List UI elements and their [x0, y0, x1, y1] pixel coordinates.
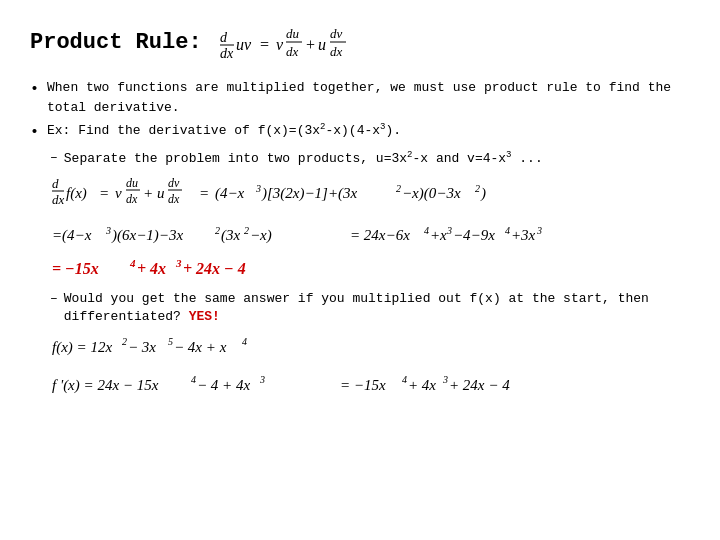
svg-text:d: d: [220, 30, 228, 45]
product-rule-formula-svg: d dx uv = v du dx + u dv dx: [218, 20, 438, 64]
svg-text:4: 4: [402, 374, 407, 385]
svg-text:4: 4: [191, 374, 196, 385]
slide-container: Product Rule: d dx uv = v du dx + u dv d…: [0, 0, 720, 540]
svg-text:(4−x: (4−x: [215, 185, 245, 202]
svg-text:)[3(2x)−1]+(3x: )[3(2x)−1]+(3x: [261, 185, 358, 202]
svg-text:dx: dx: [330, 44, 343, 59]
svg-text:+ 24x − 4: + 24x − 4: [449, 377, 510, 393]
svg-text:dx: dx: [52, 192, 65, 207]
svg-text:)(6x−1)−3x: )(6x−1)−3x: [111, 227, 183, 244]
sub-bullet-text-2: Would you get the same answer if you mul…: [64, 290, 690, 326]
svg-text:u: u: [157, 185, 165, 201]
fprime-formula-svg: f '(x) = 24x − 15x 4 − 4 + 4x 3 = −15x 4…: [50, 370, 720, 398]
title-row: Product Rule: d dx uv = v du dx + u dv d…: [30, 20, 690, 64]
svg-text:3: 3: [105, 225, 111, 236]
svg-text:2: 2: [244, 225, 249, 236]
svg-text:3: 3: [536, 225, 542, 236]
slide-title: Product Rule:: [30, 30, 202, 55]
svg-text:f '(x) = 24x − 15x: f '(x) = 24x − 15x: [52, 377, 159, 394]
svg-text:3: 3: [255, 183, 261, 194]
formula-area-step3: = −15x 4 + 4x 3 + 24x − 4: [50, 256, 690, 284]
svg-text:4: 4: [242, 336, 247, 347]
sub-bullet-text-1: Separate the problem into two products, …: [64, 149, 543, 169]
svg-text:2: 2: [215, 225, 220, 236]
svg-text:+ 4x: + 4x: [408, 377, 436, 393]
sub-dash-2: –: [50, 290, 58, 308]
svg-text:= 24x−6x: = 24x−6x: [350, 227, 410, 243]
yes-label: YES!: [189, 309, 220, 324]
svg-text:= −15x: = −15x: [340, 377, 386, 393]
step1-formula-svg: d dx f(x) = v du dx + u dv dx = (4−x 3 )…: [50, 174, 720, 212]
svg-text:4: 4: [129, 257, 136, 269]
svg-text:v: v: [276, 36, 284, 53]
svg-text:−x): −x): [250, 227, 272, 244]
bullet-dot-1: •: [30, 79, 39, 102]
svg-text:− 4 + 4x: − 4 + 4x: [197, 377, 250, 393]
svg-text:=(4−x: =(4−x: [52, 227, 92, 244]
svg-text:du: du: [126, 176, 138, 190]
svg-text:+3x: +3x: [511, 227, 536, 243]
formula-area-step2: =(4−x 3 )(6x−1)−3x 2 (3x 2 −x) = 24x−6x …: [50, 222, 690, 250]
svg-text:= −15x: = −15x: [52, 260, 99, 277]
svg-text:du: du: [286, 26, 300, 41]
svg-text:+x: +x: [430, 227, 447, 243]
svg-text:+ 24x − 4: + 24x − 4: [183, 260, 246, 277]
svg-text:2: 2: [475, 183, 480, 194]
bullet-item-2: • Ex: Find the derivative of f(x)=(3x2-x…: [30, 121, 690, 145]
svg-text:f(x) = 12x: f(x) = 12x: [52, 339, 112, 356]
svg-text:uv: uv: [236, 36, 252, 53]
sub-dash: –: [50, 149, 58, 167]
svg-text:=: =: [100, 185, 108, 201]
svg-text:4: 4: [505, 225, 510, 236]
svg-text:4: 4: [424, 225, 429, 236]
svg-text:+ 4x: + 4x: [137, 260, 166, 277]
sub-bullet-2: – Would you get the same answer if you m…: [50, 290, 690, 326]
svg-text:5: 5: [168, 336, 173, 347]
bullet-text-1: When two functions are multiplied togeth…: [47, 78, 690, 117]
svg-text:3: 3: [175, 257, 182, 269]
svg-text:v: v: [115, 185, 122, 201]
bullet-item-1: • When two functions are multiplied toge…: [30, 78, 690, 117]
bullet-text-2: Ex: Find the derivative of f(x)=(3x2-x)(…: [47, 121, 690, 141]
formula-area-fx: f(x) = 12x 2 − 3x 5 − 4x + x 4: [50, 332, 690, 364]
svg-text:−4−9x: −4−9x: [453, 227, 495, 243]
svg-text:dx: dx: [168, 192, 180, 206]
svg-text:f(x): f(x): [66, 185, 87, 202]
svg-text:− 3x: − 3x: [128, 339, 156, 355]
step2-formula-svg: =(4−x 3 )(6x−1)−3x 2 (3x 2 −x) = 24x−6x …: [50, 222, 720, 246]
svg-text:dx: dx: [286, 44, 299, 59]
svg-text:−x)(0−3x: −x)(0−3x: [402, 185, 461, 202]
svg-text:=: =: [200, 185, 208, 201]
svg-text:+: +: [306, 36, 315, 53]
svg-text:d: d: [52, 176, 59, 191]
svg-text:dx: dx: [126, 192, 138, 206]
sub-bullet-1: – Separate the problem into two products…: [50, 149, 690, 169]
formula-area-step1: d dx f(x) = v du dx + u dv dx = (4−x 3 )…: [50, 174, 690, 216]
svg-text:2: 2: [396, 183, 401, 194]
step3-formula-svg: = −15x 4 + 4x 3 + 24x − 4: [50, 256, 330, 280]
svg-text:dv: dv: [168, 176, 180, 190]
svg-text:3: 3: [442, 374, 448, 385]
svg-text:2: 2: [122, 336, 127, 347]
svg-text:u: u: [318, 36, 326, 53]
fx-formula-svg: f(x) = 12x 2 − 3x 5 − 4x + x 4: [50, 332, 450, 360]
svg-text:(3x: (3x: [221, 227, 240, 244]
svg-text:3: 3: [446, 225, 452, 236]
bullet-dot-2: •: [30, 122, 39, 145]
svg-text:): ): [480, 185, 486, 202]
svg-text:− 4x + x: − 4x + x: [174, 339, 227, 355]
svg-text:dx: dx: [220, 46, 234, 61]
svg-text:=: =: [260, 36, 269, 53]
formula-area-fprimex: f '(x) = 24x − 15x 4 − 4 + 4x 3 = −15x 4…: [50, 370, 690, 402]
svg-text:dv: dv: [330, 26, 343, 41]
svg-text:+: +: [144, 185, 152, 201]
svg-text:3: 3: [259, 374, 265, 385]
